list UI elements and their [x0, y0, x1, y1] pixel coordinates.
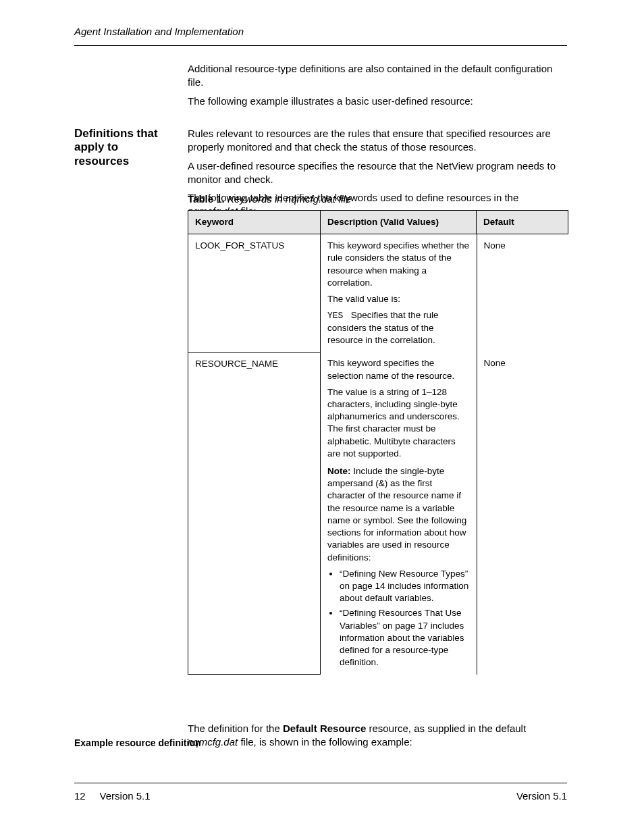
- table-header-row: Keyword Description (Valid Values) Defau…: [188, 211, 568, 234]
- cell-default: None: [477, 234, 568, 352]
- cell-description: This keyword specifies the selection nam…: [321, 352, 477, 674]
- intro-p1: Additional resource-type definitions are…: [188, 62, 570, 90]
- note-bullet: “Defining Resources That Use Variables” …: [340, 607, 470, 669]
- config-table: Keyword Description (Valid Values) Defau…: [188, 210, 568, 675]
- header-rule: [74, 45, 567, 46]
- table-row: LOOK_FOR_STATUS This keyword specifies w…: [188, 234, 568, 353]
- cell-description: This keyword specifies whether the rule …: [321, 234, 477, 352]
- table-caption: Table 1. Keywords in nqmcfg.dat file: [188, 193, 351, 205]
- definitions-p2: A user-defined resource specifies the re…: [188, 159, 570, 187]
- intro-p2: The following example illustrates a basi…: [188, 95, 570, 108]
- footer-version-right: Version 5.1: [516, 790, 567, 802]
- col-default: Default: [477, 211, 568, 234]
- footer-rule: [74, 783, 567, 783]
- cell-keyword: RESOURCE_NAME: [188, 352, 321, 674]
- table-row: RESOURCE_NAME This keyword specifies the…: [188, 352, 568, 674]
- col-keyword: Keyword: [188, 211, 321, 234]
- page-number: 12 Version 5.1: [74, 790, 151, 802]
- running-title: Agent Installation and Implementation: [74, 26, 244, 37]
- cell-default: None: [477, 352, 568, 674]
- example-paragraph: The definition for the Default Resource …: [188, 722, 570, 750]
- definitions-p1: Rules relevant to resources are the rule…: [188, 127, 570, 155]
- side-heading-definitions: Definitions that apply to resources: [74, 127, 172, 168]
- cell-keyword: LOOK_FOR_STATUS: [188, 234, 321, 353]
- col-description: Description (Valid Values): [321, 211, 477, 234]
- side-heading-example: Example resource definition: [74, 737, 201, 749]
- note-bullet: “Defining New Resource Types” on page 14…: [340, 568, 470, 605]
